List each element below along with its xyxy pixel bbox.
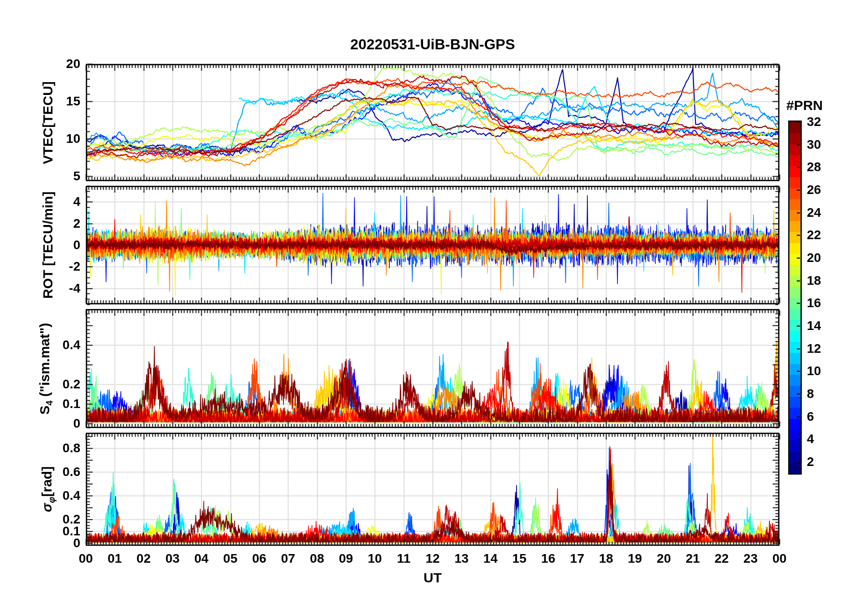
- x-tick-label: 22: [715, 551, 729, 566]
- x-tick-label: 05: [223, 551, 237, 566]
- colorbar-tick-label: 32: [807, 115, 821, 129]
- y-axis-label-s4: S4 ("ism.mat"): [37, 323, 55, 414]
- y-tick-label: 0.4: [63, 488, 80, 503]
- colorbar-tick-label: 6: [807, 409, 814, 424]
- y-tick-label: 0.8: [63, 441, 80, 455]
- panel-vtec: [86, 64, 779, 181]
- chart-title: 20220531-UiB-BJN-GPS: [350, 36, 515, 53]
- x-tick-label: 09: [339, 551, 353, 566]
- colorbar: [790, 122, 800, 473]
- x-tick-label: 01: [108, 551, 122, 566]
- x-tick-label: 07: [281, 551, 295, 566]
- y-tick-label: 0.4: [63, 338, 80, 352]
- x-tick-label: 02: [136, 551, 151, 566]
- y-tick-label: 0: [73, 536, 80, 550]
- y-axis-label-vtec: VTEC[TECU]: [40, 81, 56, 164]
- x-tick-label: 12: [425, 551, 439, 566]
- x-tick-label: 06: [252, 551, 266, 566]
- y-tick-label: 0.6: [63, 465, 80, 479]
- figure: 20220531-UiB-BJN-GPS UT #PRN 2015105VTEC…: [0, 0, 868, 607]
- x-tick-label: 15: [512, 551, 526, 566]
- colorbar-tick-label: 26: [807, 183, 821, 197]
- y-tick-label: 0.2: [63, 377, 80, 392]
- y-tick-label: 5: [73, 169, 80, 183]
- x-tick-label: 19: [628, 551, 642, 566]
- x-tick-label: 11: [397, 551, 411, 566]
- x-tick-label: 13: [455, 551, 469, 566]
- y-tick-label: 0.1: [63, 397, 80, 411]
- x-tick-label: 21: [685, 551, 700, 566]
- x-tick-label: 14: [483, 551, 497, 566]
- colorbar-tick-label: 14: [807, 319, 821, 333]
- x-tick-label: 23: [743, 551, 758, 566]
- colorbar-tick-label: 12: [807, 341, 821, 356]
- panel-sigma-phi: [86, 433, 779, 546]
- y-tick-label: 0: [73, 416, 80, 431]
- x-tick-label: 00: [78, 551, 93, 566]
- x-tick-label: 16: [541, 551, 555, 566]
- colorbar-tick-label: 28: [807, 160, 821, 174]
- y-axis-label-sigma_phi: σφ[rad]: [39, 466, 57, 512]
- x-tick-label: 04: [194, 551, 209, 566]
- x-tick-label: 00: [772, 551, 786, 566]
- colorbar-tick-label: 10: [807, 364, 821, 378]
- x-tick-label: 18: [599, 551, 613, 566]
- x-tick-label: 03: [165, 551, 179, 566]
- y-axis-label-rot: ROT [TECU/min]: [40, 192, 56, 299]
- x-tick-label: 08: [310, 551, 324, 566]
- x-tick-label: 20: [657, 551, 671, 566]
- y-tick-label: -4: [69, 281, 80, 296]
- colorbar-tick-label: 2: [807, 455, 814, 469]
- y-tick-label: 4: [73, 194, 80, 209]
- panel-rot: [86, 186, 779, 304]
- x-axis-label: UT: [424, 570, 442, 586]
- colorbar-tick-label: 16: [807, 296, 821, 310]
- colorbar-tick-label: 20: [807, 251, 821, 265]
- y-tick-label: 10: [66, 131, 80, 146]
- y-tick-label: 20: [66, 57, 80, 71]
- x-tick-label: 17: [570, 551, 584, 566]
- y-tick-label: 0: [73, 238, 80, 252]
- panel-s4: [86, 309, 779, 428]
- colorbar-tick-label: 22: [807, 228, 821, 242]
- colorbar-title: #PRN: [786, 98, 823, 113]
- colorbar-tick-label: 4: [807, 432, 814, 446]
- colorbar-tick-label: 18: [807, 273, 821, 288]
- colorbar-tick-label: 8: [807, 387, 814, 401]
- y-tick-label: 15: [66, 94, 80, 109]
- y-tick-label: 2: [73, 216, 80, 231]
- x-tick-label: 10: [368, 551, 382, 566]
- colorbar-tick-label: 24: [807, 205, 821, 220]
- y-tick-label: -2: [69, 259, 80, 274]
- colorbar-tick-label: 30: [807, 137, 821, 152]
